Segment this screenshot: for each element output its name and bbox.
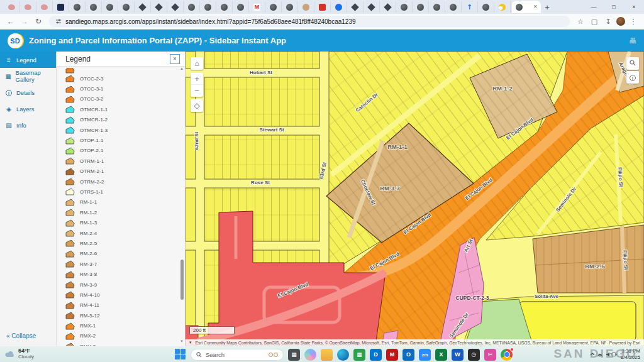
browser-tab[interactable] [445,1,462,13]
browser-tab[interactable] [167,1,184,13]
window-minimize-button[interactable]: — [584,4,604,10]
bookmark-star-icon[interactable]: ☆ [575,18,586,26]
reload-button[interactable]: ↻ [33,17,44,26]
clock-taskbar-icon[interactable]: ◷ [468,349,480,361]
browser-tab[interactable] [265,1,282,13]
browser-tab[interactable]: ↑ [462,1,478,13]
browser-tab[interactable] [69,1,86,13]
browser-tab[interactable] [216,1,233,13]
legend-scrollbar[interactable]: ▲ ▼ [179,68,184,342]
sidebar-item-details[interactable]: iDetails [0,84,56,101]
active-tab[interactable]: × [512,1,541,13]
browser-tab[interactable] [86,1,102,13]
collapse-button[interactable]: « Collapse [6,332,36,339]
outlook-taskbar-icon[interactable]: O [402,349,414,361]
browser-tab[interactable] [36,1,53,13]
print-icon[interactable]: 🖶 [629,36,636,45]
sidebar-item-legend[interactable]: ≡Legend [0,52,56,68]
store-taskbar-icon[interactable]: ▦ [353,349,365,361]
taskbar-weather-widget[interactable]: 64°F Cloudy [0,348,126,360]
browser-tab[interactable] [20,1,36,13]
copilot-taskbar-icon[interactable] [304,349,316,361]
map-zoom-controls[interactable]: + − [191,73,203,97]
windows-taskbar: 64°F Cloudy Search ▦▦DMOzmXW◷✂ 3:38 PM 8… [0,346,644,362]
sidebar-item-info[interactable]: ▤Info [0,117,56,133]
sidebar-item-label: Info [16,122,26,129]
chrome-taskbar-icon[interactable] [501,349,513,361]
new-tab-button[interactable]: + [541,3,553,12]
map-search-button[interactable] [626,57,639,70]
tab-close-icon[interactable]: × [533,4,537,10]
legend-item: RM-2-4 [65,228,185,238]
profile-avatar[interactable] [616,17,625,26]
browser-tab[interactable] [102,1,118,13]
snip-taskbar-icon[interactable]: ✂ [484,349,496,361]
browser-tab[interactable] [233,1,249,13]
map-home-button[interactable]: ⌂ [191,57,203,70]
legend-panel-title: Legend [65,55,91,63]
map-canvas[interactable]: Hobart StStewart StRose St62nd St63rd St… [186,52,644,346]
sidebar-item-basemap-gallery[interactable]: ▦Basemap Gallery [0,68,56,84]
tray-clock[interactable]: 3:38 PM 8/4/2025 [621,348,640,361]
browser-tab[interactable] [347,1,364,13]
zoom-taskbar-icon[interactable]: zm [419,349,431,361]
back-button[interactable]: ← [5,17,16,26]
browser-tab[interactable] [53,1,69,13]
zoom-out-button[interactable]: − [191,85,203,97]
browser-tab[interactable] [4,1,20,13]
blue-favicon [335,4,342,11]
dell-taskbar-icon[interactable]: D [370,349,382,361]
file-explorer-taskbar-icon[interactable] [321,349,333,361]
scroll-up-icon[interactable]: ▲ [180,67,184,70]
legend-swatch [65,322,75,330]
browser-tab[interactable] [429,1,445,13]
scrollbar-thumb[interactable] [180,260,184,300]
system-tray[interactable]: 3:38 PM 8/4/2025 [589,346,640,362]
browser-menu-icon[interactable]: ⋮ [628,18,639,26]
browser-tab[interactable] [413,1,429,13]
window-close-button[interactable]: × [624,4,644,10]
word-taskbar-icon[interactable]: W [452,349,464,361]
browser-tab[interactable] [200,1,216,13]
legend-swatch [65,178,75,185]
browser-tab[interactable] [151,1,167,13]
browser-tab[interactable] [331,1,347,13]
sidebar-item-layers[interactable]: ◈Layers [0,101,56,117]
zoom-in-button[interactable]: + [191,73,203,85]
browser-tab[interactable] [184,1,200,13]
start-button[interactable] [175,349,186,360]
legend-item-label: OTRM-2-2 [80,179,104,185]
address-bar[interactable]: sandiego.maps.arcgis.com/apps/instant/si… [49,16,570,27]
legend-item: OTCC-3-1 [65,84,185,94]
browser-tab[interactable] [135,1,151,13]
mcafee-taskbar-icon[interactable]: M [386,349,398,361]
browser-tab[interactable] [494,1,511,13]
legend-close-button[interactable]: × [170,54,180,64]
browser-tab[interactable] [478,1,494,13]
install-app-icon[interactable]: ▢ [589,18,600,26]
site-settings-icon[interactable] [55,18,62,25]
legend-swatch [65,239,75,247]
forward-button[interactable]: → [19,17,30,26]
legend-item-label: RM-2-5 [80,241,97,246]
browser-tab[interactable] [380,1,396,13]
attribution-toggle-icon[interactable]: ▾ [189,340,191,345]
excel-taskbar-icon[interactable]: X [435,349,447,361]
browser-tab[interactable] [364,1,380,13]
browser-tab[interactable]: M [249,1,265,13]
edge-taskbar-icon[interactable] [337,349,349,361]
browser-tab[interactable] [282,1,298,13]
active-tab-favicon [516,4,523,11]
window-maximize-button[interactable]: □ [604,4,624,10]
browser-tab[interactable] [118,1,135,13]
map-info-button[interactable]: i [626,71,639,84]
browser-tab[interactable] [298,1,314,13]
downloads-icon[interactable]: ↧ [602,18,614,26]
scroll-down-icon[interactable]: ▼ [180,339,184,343]
map-locate-button[interactable]: ◇ [191,99,203,112]
taskbar-search-box[interactable]: Search [191,349,284,361]
browser-tab[interactable] [314,1,331,13]
browser-tab[interactable] [396,1,413,13]
tray-icons[interactable] [589,351,617,358]
photos-taskbar-icon[interactable]: ▦ [288,349,300,361]
